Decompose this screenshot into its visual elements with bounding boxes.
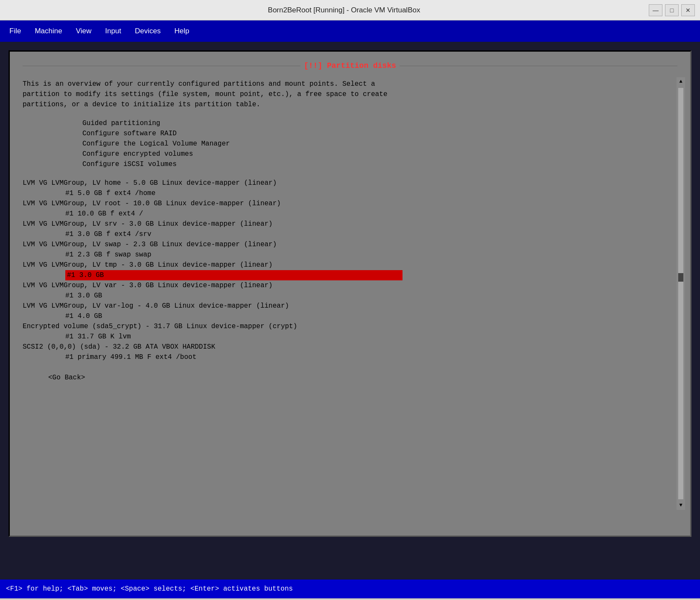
terminal-title-bar: [!!] Partition disks	[23, 60, 677, 71]
menu-view[interactable]: View	[70, 24, 98, 38]
window-title: Born2BeRoot [Running] - Oracle VM Virtua…	[39, 6, 649, 15]
menu-devices[interactable]: Devices	[129, 24, 166, 38]
partition-home-header[interactable]: LVM VG LVMGroup, LV home - 5.0 GB Linux …	[23, 178, 677, 188]
partition-root-header[interactable]: LVM VG LVMGroup, LV root - 10.0 GB Linux…	[23, 198, 677, 209]
close-button[interactable]: ✕	[681, 4, 695, 16]
menu-help[interactable]: Help	[169, 24, 195, 38]
partition-var-detail: #1 3.0 GB	[65, 291, 677, 301]
menu-machine[interactable]: Machine	[29, 24, 68, 38]
minimize-button[interactable]: —	[649, 4, 662, 16]
description-text: This is an overview of your currently co…	[23, 79, 677, 110]
maximize-button[interactable]: □	[665, 4, 679, 16]
partition-varlog-detail: #1 4.0 GB	[65, 311, 677, 321]
menu-input[interactable]: Input	[99, 24, 127, 38]
scroll-up-arrow[interactable]: ▲	[678, 77, 683, 86]
status-bar: <F1> for help; <Tab> moves; <Space> sele…	[0, 580, 700, 598]
option-guided[interactable]: Guided partitioning	[82, 118, 677, 128]
scroll-thumb[interactable]	[678, 273, 683, 282]
terminal-title: [!!] Partition disks	[304, 60, 396, 71]
partition-scsi-detail: #1 primary 499.1 MB F ext4 /boot	[65, 352, 677, 362]
partition-scsi-header[interactable]: SCSI2 (0,0,0) (sda) - 32.2 GB ATA VBOX H…	[23, 342, 677, 352]
partition-srv-header[interactable]: LVM VG LVMGroup, LV srv - 3.0 GB Linux d…	[23, 219, 677, 229]
partition-varlog-header[interactable]: LVM VG LVMGroup, LV var-log - 4.0 GB Lin…	[23, 301, 677, 311]
partition-tmp-detail-selected[interactable]: #1 3.0 GB	[65, 270, 677, 280]
vm-container: [!!] Partition disks This is an overview…	[0, 42, 700, 580]
partition-var-header[interactable]: LVM VG LVMGroup, LV var - 3.0 GB Linux d…	[23, 280, 677, 291]
menu-file[interactable]: File	[3, 24, 27, 38]
go-back-button[interactable]: <Go Back>	[48, 373, 677, 383]
partition-options: Guided partitioning Configure software R…	[82, 118, 677, 169]
terminal-body: This is an overview of your currently co…	[23, 79, 677, 383]
partition-swap-header[interactable]: LVM VG LVMGroup, LV swap - 2.3 GB Linux …	[23, 239, 677, 250]
status-text: <F1> for help; <Tab> moves; <Space> sele…	[6, 585, 293, 593]
terminal-screen[interactable]: [!!] Partition disks This is an overview…	[9, 50, 691, 537]
scroll-track[interactable]	[678, 88, 683, 499]
selected-partition-row[interactable]: #1 3.0 GB	[65, 270, 402, 280]
partition-encrypted-header[interactable]: Encrypted volume (sda5_crypt) - 31.7 GB …	[23, 321, 677, 332]
partition-home-detail: #1 5.0 GB f ext4 /home	[65, 188, 677, 198]
option-software-raid[interactable]: Configure software RAID	[82, 128, 677, 139]
partition-srv-detail: #1 3.0 GB f ext4 /srv	[65, 229, 677, 239]
partition-swap-detail: #1 2.3 GB f swap swap	[65, 250, 677, 260]
partition-list: LVM VG LVMGroup, LV home - 5.0 GB Linux …	[23, 178, 677, 362]
title-bar: Born2BeRoot [Running] - Oracle VM Virtua…	[0, 0, 700, 20]
partition-tmp-header[interactable]: LVM VG LVMGroup, LV tmp - 3.0 GB Linux d…	[23, 260, 677, 270]
option-iscsi[interactable]: Configure iSCSI volumes	[82, 159, 677, 169]
terminal-scrollbar[interactable]: ▲ ▼	[677, 77, 685, 510]
partition-encrypted-detail: #1 31.7 GB K lvm	[65, 332, 677, 342]
partition-root-detail: #1 10.0 GB f ext4 /	[65, 209, 677, 219]
window-controls: — □ ✕	[649, 4, 695, 16]
bottom-bar: 💿 🌐 🔌 🖥 ✏ 🔊 ⚙ 📷 VB ⬇ Right Ctrl	[0, 598, 700, 600]
option-encrypted[interactable]: Configure encrypted volumes	[82, 149, 677, 159]
menu-bar: File Machine View Input Devices Help	[0, 20, 700, 42]
option-lvm[interactable]: Configure the Logical Volume Manager	[82, 139, 677, 149]
scroll-down-arrow[interactable]: ▼	[678, 501, 683, 510]
